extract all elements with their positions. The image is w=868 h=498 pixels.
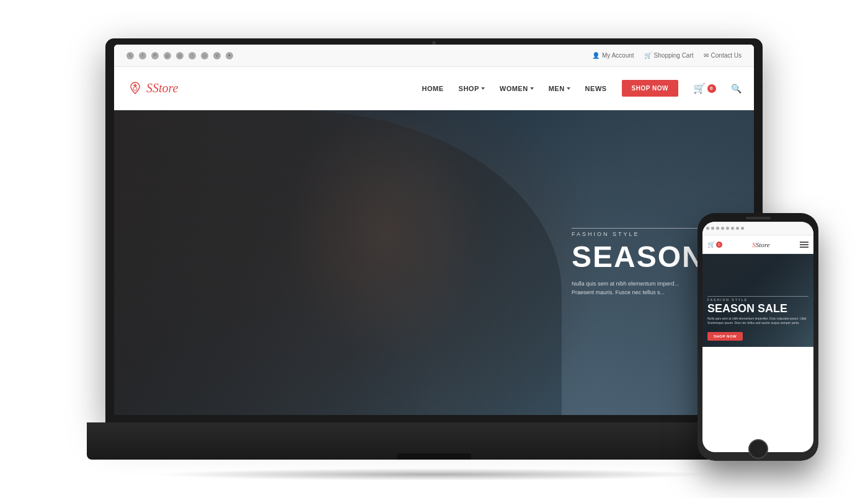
- nav-news[interactable]: NEWS: [585, 85, 607, 92]
- contact-us-label: Contact Us: [711, 52, 742, 59]
- youtube-icon[interactable]: ▷: [201, 52, 208, 59]
- rss-icon[interactable]: ✦: [226, 52, 233, 59]
- nav-shop[interactable]: SHOP: [459, 85, 485, 92]
- site-logo[interactable]: SStore: [126, 80, 178, 97]
- facebook-icon[interactable]: f: [139, 52, 146, 59]
- phone-social-dot-1: [706, 227, 709, 230]
- site-hero: FASHION STYLE SEASON S Nulla quis sem at…: [114, 110, 754, 415]
- pinterest-icon[interactable]: P: [151, 52, 159, 59]
- my-account-label: My Account: [602, 52, 634, 59]
- laptop-screen-bezel: 𝕏 f P p ◎ I ▷ V ✦ 👤: [114, 45, 754, 415]
- phone-social-dot-2: [711, 227, 714, 230]
- shop-chevron-icon: [481, 87, 485, 90]
- vimeo-icon[interactable]: V: [213, 52, 221, 59]
- laptop-screen: 𝕏 f P p ◎ I ▷ V ✦ 👤: [114, 45, 754, 415]
- nav-men[interactable]: MEN: [549, 85, 570, 92]
- shopping-cart-link[interactable]: 🛒 Shopping Cart: [644, 52, 694, 59]
- phone-topbar: [702, 222, 813, 235]
- stumble-icon[interactable]: p: [164, 52, 171, 59]
- twitter-icon[interactable]: 𝕏: [126, 52, 134, 59]
- phone-social-dot-3: [716, 227, 719, 230]
- scene: 𝕏 f P p ◎ I ▷ V ✦ 👤: [0, 0, 868, 498]
- phone-shop-now-button[interactable]: SHOP NOW: [707, 332, 743, 341]
- women-chevron-icon: [530, 87, 534, 90]
- instagram-icon[interactable]: I: [188, 52, 196, 59]
- phone-hero-title: SEASON SALE: [707, 303, 808, 314]
- phone-cart-icon: 🛒: [707, 241, 715, 248]
- site-topbar: 𝕏 f P p ◎ I ▷ V ✦ 👤: [114, 45, 754, 67]
- cart-link-icon: 🛒: [644, 52, 652, 59]
- phone-social-dot-8: [741, 227, 744, 230]
- phone-social-dot-7: [736, 227, 739, 230]
- phone-hero-desc: Nulla quis sem at nibh elementum imperdi…: [707, 317, 808, 325]
- phone-navbar: 🛒 0 SStore: [702, 235, 813, 254]
- hero-desc-line2: Praesent mauris. Fusce nec tellus s...: [572, 289, 708, 297]
- reddit-icon[interactable]: ◎: [176, 52, 184, 59]
- laptop-base: [87, 422, 781, 460]
- phone-hero-content: FASHION STYLE SEASON SALE Nulla quis sem…: [707, 296, 808, 341]
- logo-text: SStore: [146, 81, 178, 95]
- phone-cart-badge: 0: [716, 242, 722, 248]
- contact-us-link[interactable]: ✉ Contact Us: [704, 52, 742, 59]
- menu-line-2: [800, 244, 808, 245]
- contact-icon: ✉: [704, 52, 709, 59]
- hamburger-menu-icon[interactable]: [800, 242, 808, 248]
- phone-hero-subtitle: FASHION STYLE: [707, 296, 808, 302]
- phone-home-button[interactable]: [748, 439, 768, 459]
- nav-home[interactable]: HOME: [422, 85, 444, 92]
- phone-social-dot-4: [721, 227, 724, 230]
- phone-social-icons: [706, 227, 744, 230]
- phone-screen: 🛒 0 SStore: [702, 222, 813, 452]
- laptop-shadow: [155, 468, 713, 481]
- phone-screen-bezel: 🛒 0 SStore: [702, 222, 813, 452]
- menu-line-1: [800, 242, 808, 243]
- site-navbar: SStore HOME SHOP WOMEN: [114, 67, 754, 110]
- men-chevron-icon: [567, 87, 570, 90]
- logo-svg-icon: [126, 80, 144, 97]
- main-nav: HOME SHOP WOMEN MEN: [422, 80, 742, 97]
- user-icon: 👤: [592, 52, 600, 59]
- phone-social-dot-6: [731, 227, 734, 230]
- laptop-body: 𝕏 f P p ◎ I ▷ V ✦ 👤: [105, 38, 763, 422]
- cart-icon-wrap[interactable]: 🛒 0: [693, 82, 716, 94]
- menu-line-3: [800, 247, 808, 248]
- cart-icon: 🛒: [693, 82, 706, 94]
- cart-badge: 0: [707, 84, 716, 93]
- social-icons-bar: 𝕏 f P p ◎ I ▷ V ✦: [126, 52, 233, 59]
- hero-desc-line1: Nulla quis sem at nibh elementum imperd.…: [572, 279, 708, 288]
- shop-now-button[interactable]: SHOP NOW: [622, 80, 678, 97]
- laptop: 𝕏 f P p ◎ I ▷ V ✦ 👤: [105, 38, 763, 460]
- laptop-notch: [397, 453, 471, 460]
- phone: 🛒 0 SStore: [698, 213, 818, 461]
- phone-hero: FASHION STYLE SEASON SALE Nulla quis sem…: [702, 254, 813, 347]
- phone-cart-wrap[interactable]: 🛒 0: [707, 241, 722, 248]
- phone-speaker: [746, 217, 771, 219]
- phone-social-dot-5: [726, 227, 729, 230]
- my-account-link[interactable]: 👤 My Account: [592, 52, 634, 59]
- search-icon[interactable]: 🔍: [731, 84, 742, 94]
- phone-logo[interactable]: SStore: [752, 241, 769, 248]
- shopping-cart-label: Shopping Cart: [654, 52, 694, 59]
- phone-body: 🛒 0 SStore: [698, 213, 818, 461]
- nav-women[interactable]: WOMEN: [500, 85, 534, 92]
- topbar-links: 👤 My Account 🛒 Shopping Cart ✉ Contact U…: [592, 52, 742, 59]
